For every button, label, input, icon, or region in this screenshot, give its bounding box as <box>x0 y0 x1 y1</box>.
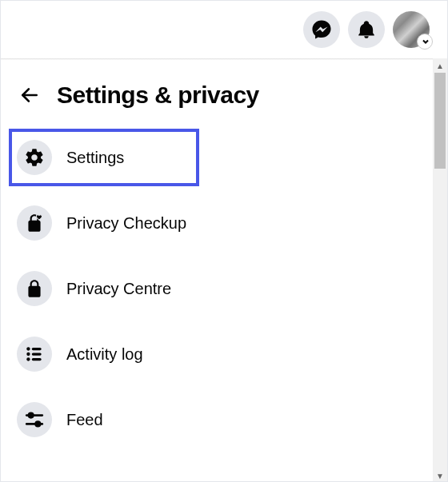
page-title: Settings & privacy <box>57 82 259 109</box>
menu-item-privacy-checkup[interactable]: Privacy Checkup <box>10 196 438 250</box>
chevron-down-icon <box>421 37 430 46</box>
menu-list: Settings Privacy Checkup <box>10 130 438 447</box>
menu-label: Privacy Checkup <box>66 214 186 233</box>
menu-label: Privacy Centre <box>66 280 171 298</box>
bell-icon <box>356 19 377 40</box>
settings-privacy-panel: Settings & privacy Settings <box>1 60 447 447</box>
menu-label: Settings <box>66 149 124 167</box>
icon-wrap <box>17 140 52 175</box>
svg-point-5 <box>26 357 30 361</box>
icon-wrap <box>17 337 52 372</box>
menu-item-settings[interactable]: Settings <box>10 130 198 185</box>
svg-point-8 <box>29 413 33 417</box>
scrollbar-thumb[interactable] <box>434 73 446 169</box>
messenger-icon <box>311 19 332 40</box>
scrollbar-down-icon[interactable]: ▼ <box>433 468 447 482</box>
topbar <box>1 1 447 58</box>
profile-avatar[interactable] <box>393 11 430 48</box>
svg-rect-2 <box>32 348 42 350</box>
back-button[interactable] <box>14 79 46 111</box>
menu-item-activity-log[interactable]: Activity log <box>10 327 438 381</box>
arrow-left-icon <box>19 85 40 106</box>
svg-rect-6 <box>32 358 42 361</box>
menu-label: Activity log <box>66 345 143 364</box>
svg-rect-4 <box>32 353 42 355</box>
gear-icon <box>24 147 45 168</box>
notifications-button[interactable] <box>348 11 385 48</box>
svg-point-3 <box>26 353 30 356</box>
feed-sliders-icon <box>24 409 45 430</box>
messenger-button[interactable] <box>303 11 340 48</box>
activity-log-icon <box>24 344 45 364</box>
menu-item-privacy-centre[interactable]: Privacy Centre <box>10 261 438 316</box>
menu-item-feed[interactable]: Feed <box>10 392 438 447</box>
scrollbar[interactable]: ▲ ▼ <box>433 58 447 482</box>
scrollbar-up-icon[interactable]: ▲ <box>433 58 447 73</box>
icon-wrap <box>17 402 52 437</box>
lock-heart-icon <box>24 213 45 233</box>
lock-icon <box>24 278 45 299</box>
icon-wrap <box>17 271 52 306</box>
svg-point-1 <box>26 347 30 350</box>
menu-label: Feed <box>66 411 103 429</box>
panel-header: Settings & privacy <box>10 74 438 130</box>
svg-point-10 <box>36 422 40 426</box>
icon-wrap <box>17 205 52 241</box>
